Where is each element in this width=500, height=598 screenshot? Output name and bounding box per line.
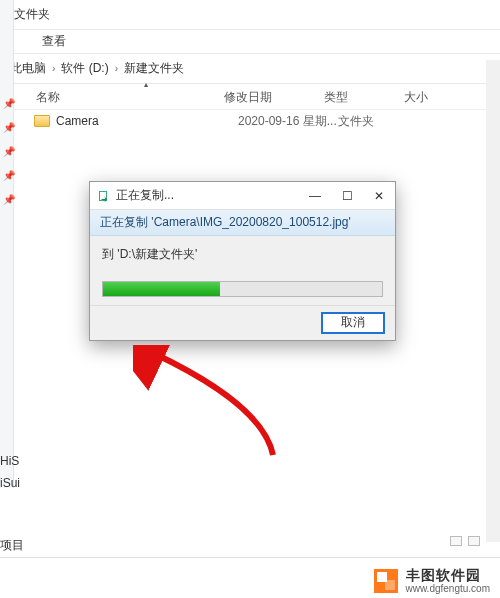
pin-icon: 📌 (3, 148, 11, 156)
dialog-titlebar[interactable]: ➜ 正在复制... — ☐ ✕ (90, 182, 395, 210)
pin-icon: 📌 (3, 100, 11, 108)
cancel-button[interactable]: 取消 (321, 312, 385, 334)
drive-label[interactable]: HiS (0, 454, 20, 476)
col-name[interactable]: 名称 (14, 89, 224, 106)
table-row[interactable]: Camera 2020-09-16 星期... 文件夹 (14, 110, 488, 132)
col-size[interactable]: 大小 (404, 89, 488, 106)
ribbon-view[interactable]: 查看 (42, 33, 66, 50)
dialog-title-text: 正在复制... (116, 187, 174, 204)
pin-icon: 📌 (3, 196, 11, 204)
maximize-button[interactable]: ☐ (331, 182, 363, 209)
folder-icon (34, 115, 50, 127)
brand-name: 丰图软件园 (406, 568, 491, 583)
close-button[interactable]: ✕ (363, 182, 395, 209)
crumb-drive[interactable]: 软件 (D:) (61, 60, 108, 77)
ribbon-tab-folder[interactable]: 文件夹 (14, 6, 50, 23)
column-headers[interactable]: ▴ 名称 修改日期 类型 大小 (14, 86, 488, 110)
pin-icon: 📌 (3, 172, 11, 180)
drive-label[interactable]: iSui (0, 476, 20, 498)
status-item: 项目 (0, 537, 24, 554)
quick-access-sidebar: 📌 📌 📌 📌 📌 (0, 0, 14, 488)
breadcrumb[interactable]: 此电脑 › 软件 (D:) › 新建文件夹 (0, 54, 500, 84)
chevron-icon: › (52, 63, 55, 74)
file-name: Camera (56, 114, 238, 128)
pin-icon: 📌 (3, 124, 11, 132)
view-switcher[interactable] (450, 536, 480, 546)
col-type[interactable]: 类型 (324, 89, 404, 106)
minimize-button[interactable]: — (299, 182, 331, 209)
drive-labels: HiS iSui (0, 454, 20, 498)
crumb-thispc[interactable]: 此电脑 (10, 60, 46, 77)
dialog-headline: 正在复制 'Camera\IMG_20200820_100512.jpg' (90, 210, 395, 236)
annotation-arrow-icon (133, 345, 293, 465)
ribbon: 文件夹 (0, 0, 500, 30)
dialog-destination: 到 'D:\新建文件夹' (102, 246, 383, 263)
progress-bar (102, 281, 383, 297)
file-date: 2020-09-16 星期... (238, 113, 338, 130)
details-view-icon[interactable] (450, 536, 462, 546)
crumb-folder[interactable]: 新建文件夹 (124, 60, 184, 77)
ribbon-row2: 享 查看 (0, 30, 500, 54)
file-type: 文件夹 (338, 113, 418, 130)
brand-logo-icon (374, 569, 398, 593)
scrollbar[interactable] (486, 60, 500, 542)
watermark: 丰图软件园 www.dgfengtu.com (374, 568, 491, 594)
progress-fill (103, 282, 220, 296)
brand-url: www.dgfengtu.com (406, 583, 491, 594)
sort-indicator-icon: ▴ (144, 80, 148, 89)
tiles-view-icon[interactable] (468, 536, 480, 546)
copy-icon: ➜ (96, 189, 110, 203)
chevron-icon: › (115, 63, 118, 74)
col-date[interactable]: 修改日期 (224, 89, 324, 106)
copy-dialog: ➜ 正在复制... — ☐ ✕ 正在复制 'Camera\IMG_2020082… (89, 181, 396, 341)
